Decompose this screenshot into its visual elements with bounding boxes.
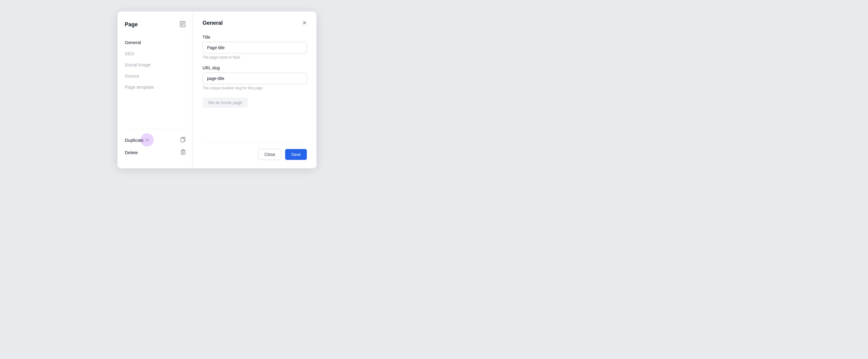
- right-panel-title: General: [203, 20, 223, 26]
- url-slug-input[interactable]: [203, 73, 307, 84]
- delete-label: Delete: [125, 150, 138, 155]
- svg-rect-5: [181, 138, 184, 142]
- duplicate-label: Duplicate: [125, 138, 144, 143]
- right-footer: Close Save: [203, 143, 307, 160]
- left-header: Page: [125, 21, 185, 28]
- svg-rect-6: [181, 150, 185, 154]
- title-label: Title: [203, 35, 307, 39]
- sidebar-item-source[interactable]: Source: [125, 70, 185, 81]
- close-x-button[interactable]: ✕: [302, 20, 307, 26]
- url-slug-hint: The unique location slug for this page: [203, 86, 307, 90]
- right-header: General ✕: [203, 20, 307, 26]
- left-nav: General SEO Social image Source Page tem…: [125, 37, 185, 92]
- cursor-icon: ☞: [145, 137, 150, 143]
- left-top: Page General SEO S: [125, 21, 185, 92]
- sidebar-item-page-template[interactable]: Page template: [125, 81, 185, 92]
- title-field-group: Title The page name in Nyla: [203, 35, 307, 59]
- form-section: Title The page name in Nyla URL slug The…: [203, 35, 307, 138]
- right-panel: General ✕ Title The page name in Nyla UR…: [193, 11, 316, 168]
- url-slug-label: URL slug: [203, 65, 307, 70]
- close-button[interactable]: Close: [258, 149, 281, 160]
- left-panel: Page General SEO S: [118, 11, 193, 168]
- url-slug-field-group: URL slug The unique location slug for th…: [203, 65, 307, 90]
- duplicate-action[interactable]: Duplicate ☞: [125, 134, 185, 146]
- title-input[interactable]: [203, 42, 307, 53]
- trash-icon: [181, 149, 185, 156]
- set-home-button[interactable]: Set as home page: [203, 98, 248, 108]
- left-bottom-actions: Duplicate ☞ Delete: [125, 129, 185, 159]
- save-button[interactable]: Save: [285, 149, 307, 160]
- modal-container: Page General SEO S: [118, 11, 316, 168]
- title-hint: The page name in Nyla: [203, 55, 307, 59]
- delete-action[interactable]: Delete: [125, 146, 185, 159]
- left-panel-title: Page: [125, 21, 138, 28]
- sidebar-item-seo[interactable]: SEO: [125, 48, 185, 59]
- duplicate-icon: [181, 137, 185, 143]
- sidebar-item-social-image[interactable]: Social image: [125, 59, 185, 70]
- page-icon[interactable]: [180, 21, 185, 28]
- sidebar-item-general[interactable]: General: [125, 37, 185, 48]
